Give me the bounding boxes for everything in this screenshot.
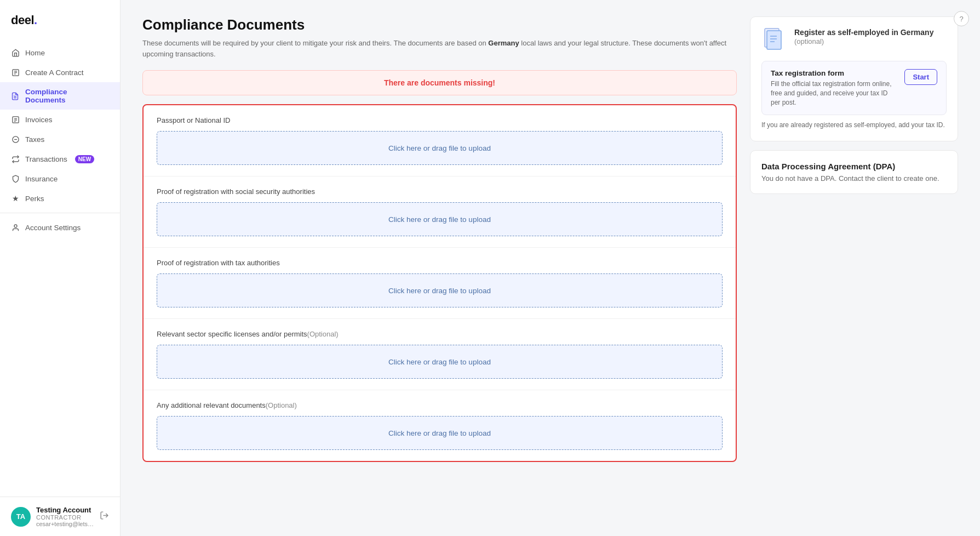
account-icon: [11, 223, 20, 232]
perks-icon: ★: [11, 194, 20, 203]
subtitle-country: Germany: [488, 39, 519, 47]
sidebar-item-compliance-label: Compliance Documents: [25, 88, 109, 104]
user-name: Testing Account: [36, 506, 94, 514]
doc-section-tax-authorities: Proof of registration with tax authoriti…: [144, 248, 736, 319]
tax-reg-note-text: If you are already registered as self-em…: [761, 121, 945, 129]
tax-reg-title: Tax registration form: [771, 69, 898, 77]
dpa-description: You do not have a DPA. Contact the clien…: [761, 174, 947, 183]
start-button[interactable]: Start: [904, 69, 937, 85]
main-content: Compliance Documents These documents wil…: [121, 0, 980, 536]
upload-zone-tax-authorities[interactable]: Click here or drag file to upload: [157, 273, 723, 307]
doc-section-additional: Any additional relevant documents(Option…: [144, 390, 736, 461]
sidebar-item-insurance-label: Insurance: [25, 175, 58, 183]
upload-zone-sector-licenses[interactable]: Click here or drag file to upload: [157, 345, 723, 379]
upload-zone-social-security[interactable]: Click here or drag file to upload: [157, 202, 723, 236]
dpa-title: Data Processing Agreement (DPA): [761, 162, 947, 171]
doc-label-social-security: Proof of registration with social securi…: [157, 187, 723, 196]
contract-icon: [11, 68, 20, 77]
sidebar-item-account-settings[interactable]: Account Settings: [0, 218, 120, 237]
tax-reg-note: If you are already registered as self-em…: [761, 121, 947, 130]
alert-banner: There are documents missing!: [142, 70, 737, 95]
doc-label-additional: Any additional relevant documents(Option…: [157, 401, 723, 409]
upload-zone-passport[interactable]: Click here or drag file to upload: [157, 131, 723, 165]
logout-icon[interactable]: [100, 511, 109, 522]
upload-zone-additional[interactable]: Click here or drag file to upload: [157, 416, 723, 450]
sidebar-divider: [0, 213, 120, 213]
svg-point-12: [14, 224, 17, 227]
self-employed-optional: (optional): [794, 37, 824, 45]
left-panel: Compliance Documents These documents wil…: [142, 16, 737, 520]
sidebar-item-perks[interactable]: ★ Perks: [0, 189, 120, 208]
sidebar-item-perks-label: Perks: [25, 195, 44, 203]
sector-license-optional: (Optional): [307, 330, 339, 338]
transactions-icon: [11, 155, 20, 163]
invoices-icon: [11, 115, 20, 124]
documents-container: Passport or National ID Click here or dr…: [142, 104, 737, 462]
sidebar-item-transactions[interactable]: Transactions NEW: [0, 149, 120, 169]
svg-rect-15: [767, 31, 781, 49]
sidebar-item-taxes[interactable]: Taxes: [0, 129, 120, 149]
tax-reg-description: Fill the official tax registration form …: [771, 79, 898, 107]
self-employed-title-text: Register as self-employed in Germany: [794, 28, 933, 37]
compliance-icon: [11, 92, 20, 100]
self-employed-title-area: Register as self-employed in Germany (op…: [794, 28, 947, 47]
doc-label-tax-authorities: Proof of registration with tax authoriti…: [157, 259, 723, 267]
sidebar-nav: Home Create A Contract Compliance Docume…: [0, 38, 120, 497]
document-icon-area: [761, 28, 787, 53]
upload-text-social-security: Click here or drag file to upload: [388, 215, 491, 224]
sidebar-item-account-label: Account Settings: [25, 224, 81, 232]
right-panel: Register as self-employed in Germany (op…: [750, 16, 958, 520]
avatar: TA: [11, 507, 31, 527]
upload-text-additional: Click here or drag file to upload: [388, 429, 491, 437]
main-wrapper: ? Compliance Documents These documents w…: [121, 0, 980, 536]
doc-label-passport: Passport or National ID: [157, 116, 723, 124]
self-employed-card: Register as self-employed in Germany (op…: [750, 16, 958, 141]
sidebar-item-compliance-documents[interactable]: Compliance Documents: [0, 82, 120, 110]
doc-section-social-security: Proof of registration with social securi…: [144, 176, 736, 248]
logo-text: deel: [11, 13, 34, 27]
upload-text-passport: Click here or drag file to upload: [388, 144, 491, 152]
sidebar-item-invoices-label: Invoices: [25, 116, 53, 124]
additional-label-text: Any additional relevant documents: [157, 401, 266, 409]
page-subtitle: These documents will be required by your…: [142, 38, 737, 59]
help-button[interactable]: ?: [954, 11, 969, 26]
additional-optional: (Optional): [266, 401, 297, 409]
self-employed-title: Register as self-employed in Germany (op…: [794, 28, 947, 45]
insurance-icon: [11, 174, 20, 183]
logo: deel.: [0, 0, 120, 38]
tax-registration-section: Tax registration form Fill the official …: [761, 61, 947, 115]
sector-license-label-text: Relevant sector specific licenses and/or…: [157, 330, 307, 338]
doc-section-sector-licenses: Relevant sector specific licenses and/or…: [144, 319, 736, 390]
content-area: Compliance Documents These documents wil…: [121, 0, 980, 536]
alert-text: There are documents missing!: [384, 78, 495, 87]
doc-section-passport: Passport or National ID Click here or dr…: [144, 105, 736, 176]
sidebar-user: TA Testing Account CONTRACTOR cesar+test…: [0, 497, 120, 536]
sidebar-item-home-label: Home: [25, 49, 45, 57]
taxes-icon: [11, 135, 20, 144]
sidebar-item-transactions-label: Transactions: [25, 155, 67, 163]
doc-label-sector-licenses: Relevant sector specific licenses and/or…: [157, 330, 723, 338]
user-role: CONTRACTOR: [36, 514, 94, 521]
home-icon: [11, 48, 20, 57]
page-title: Compliance Documents: [142, 16, 737, 33]
user-email: cesar+testing@letsdeel.com: [36, 521, 94, 527]
transactions-badge: NEW: [75, 155, 94, 163]
subtitle-text: These documents will be required by your…: [142, 39, 486, 47]
sidebar-item-invoices[interactable]: Invoices: [0, 110, 120, 129]
self-employed-card-header: Register as self-employed in Germany (op…: [761, 28, 947, 53]
tax-reg-info: Tax registration form Fill the official …: [771, 69, 898, 107]
upload-text-tax-authorities: Click here or drag file to upload: [388, 287, 491, 295]
sidebar-item-home[interactable]: Home: [0, 43, 120, 62]
sidebar: deel. Home Create A Contract Compliance …: [0, 0, 121, 536]
logo-dot: .: [34, 13, 37, 27]
dpa-card: Data Processing Agreement (DPA) You do n…: [750, 150, 958, 194]
user-info: Testing Account CONTRACTOR cesar+testing…: [36, 506, 94, 527]
upload-text-sector-licenses: Click here or drag file to upload: [388, 358, 491, 366]
sidebar-item-taxes-label: Taxes: [25, 135, 44, 144]
sidebar-item-create-contract-label: Create A Contract: [25, 69, 84, 77]
sidebar-item-insurance[interactable]: Insurance: [0, 169, 120, 189]
sidebar-item-create-contract[interactable]: Create A Contract: [0, 62, 120, 82]
